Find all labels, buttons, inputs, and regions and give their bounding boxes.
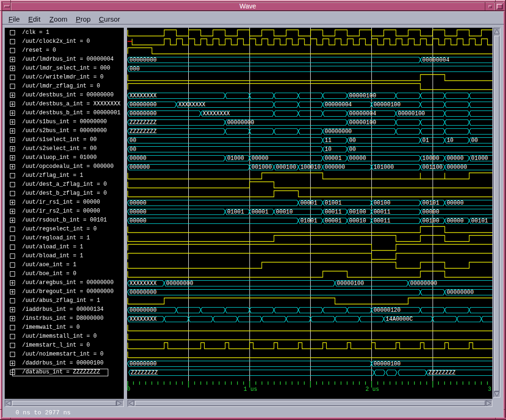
svg-text:00000000: 00000000 xyxy=(129,102,157,108)
svg-text:00000000: 00000000 xyxy=(129,111,157,117)
svg-text:00101: 00101 xyxy=(422,200,439,206)
svg-text:00000: 00000 xyxy=(422,209,439,215)
svg-text:000000: 000000 xyxy=(129,164,150,171)
svg-text:00000000: 00000000 xyxy=(227,119,254,126)
svg-text:11: 11 xyxy=(325,137,331,144)
svg-text:00: 00 xyxy=(129,137,136,144)
svg-text:00000: 00000 xyxy=(349,155,366,162)
svg-text:00000100: 00000100 xyxy=(337,280,364,287)
svg-text:14A0000C: 14A0000C xyxy=(386,316,413,323)
svg-text:00000000: 00000000 xyxy=(166,280,193,287)
svg-text:00: 00 xyxy=(349,146,356,153)
svg-text:ZZZZZZZZ: ZZZZZZZZ xyxy=(129,119,157,126)
svg-text:00000100: 00000100 xyxy=(349,93,377,99)
svg-text:XXXXXXXX: XXXXXXXX xyxy=(129,280,157,287)
svg-text:000: 000 xyxy=(129,66,140,72)
svg-text:00000000: 00000000 xyxy=(410,280,437,287)
svg-text:01001: 01001 xyxy=(325,200,342,206)
svg-text:00011: 00011 xyxy=(325,209,342,215)
svg-text:00000: 00000 xyxy=(129,209,146,215)
svg-text:01: 01 xyxy=(422,137,429,144)
svg-text:001000: 001000 xyxy=(251,164,272,171)
svg-text:ZZZZZZZZ: ZZZZZZZZ xyxy=(131,370,158,376)
svg-text:000000: 000000 xyxy=(325,164,345,171)
svg-text:100010: 100010 xyxy=(300,164,321,171)
svg-text:00000004: 00000004 xyxy=(325,102,352,108)
svg-text:01000: 01000 xyxy=(471,155,488,162)
svg-text:00000000: 00000000 xyxy=(129,289,157,296)
svg-text:00001: 00001 xyxy=(325,155,342,162)
svg-text:00: 00 xyxy=(349,137,356,144)
svg-text:00011: 00011 xyxy=(373,209,390,215)
svg-text:001100: 001100 xyxy=(422,164,442,171)
svg-text:00000000: 00000000 xyxy=(129,57,157,63)
svg-text:00000000: 00000000 xyxy=(129,307,157,314)
svg-text:10000: 10000 xyxy=(422,155,439,162)
svg-text:00000000: 00000000 xyxy=(447,289,474,296)
svg-text:00000000: 00000000 xyxy=(325,128,352,135)
svg-text:1 us: 1 us xyxy=(244,386,257,393)
svg-text:00000000: 00000000 xyxy=(129,361,157,367)
svg-text:00000120: 00000120 xyxy=(373,307,401,314)
svg-text:00000004: 00000004 xyxy=(349,111,377,117)
svg-text:ZZZZZZZZ: ZZZZZZZZ xyxy=(129,128,157,135)
svg-text:00000004: 00000004 xyxy=(422,57,450,63)
svg-text:3: 3 xyxy=(488,386,491,393)
svg-text:00011: 00011 xyxy=(373,218,390,224)
svg-text:00001: 00001 xyxy=(300,200,317,206)
svg-text:00101: 00101 xyxy=(471,218,488,224)
svg-text:2 us: 2 us xyxy=(366,386,379,393)
svg-text:00000: 00000 xyxy=(129,218,146,224)
svg-text:10: 10 xyxy=(325,146,331,153)
svg-text:00000100: 00000100 xyxy=(373,102,401,108)
svg-text:01001: 01001 xyxy=(227,209,244,215)
svg-text:00000100: 00000100 xyxy=(373,361,401,367)
svg-text:00000: 00000 xyxy=(251,155,268,162)
svg-text:10: 10 xyxy=(447,137,453,144)
svg-text:00100: 00100 xyxy=(349,209,366,215)
svg-text:0: 0 xyxy=(127,386,130,393)
svg-text:ZZZZZZZZ: ZZZZZZZZ xyxy=(428,370,456,376)
svg-text:00000: 00000 xyxy=(447,155,464,162)
svg-text:00: 00 xyxy=(471,137,478,144)
svg-text:00100: 00100 xyxy=(422,218,439,224)
svg-text:XXXXXXXX: XXXXXXXX xyxy=(129,316,157,323)
svg-text:01000: 01000 xyxy=(227,155,244,162)
svg-text:000000: 000000 xyxy=(447,164,467,171)
svg-text:01001: 01001 xyxy=(300,218,317,224)
svg-text:101000: 101000 xyxy=(373,164,394,171)
svg-text:00001: 00001 xyxy=(325,218,342,224)
svg-text:00000: 00000 xyxy=(447,200,464,206)
svg-text:00000100: 00000100 xyxy=(349,119,377,126)
svg-text:XXXXXXXX: XXXXXXXX xyxy=(178,102,206,108)
svg-text:00000: 00000 xyxy=(129,200,146,206)
svg-text:00010: 00010 xyxy=(349,218,366,224)
svg-text:00: 00 xyxy=(129,146,136,153)
svg-text:00010: 00010 xyxy=(276,209,293,215)
svg-text:00001: 00001 xyxy=(251,209,268,215)
svg-text:00000: 00000 xyxy=(129,155,146,162)
svg-text:00000: 00000 xyxy=(447,218,464,224)
svg-text:000100: 000100 xyxy=(276,164,296,171)
svg-text:00000100: 00000100 xyxy=(398,111,425,117)
svg-text:XXXXXXXX: XXXXXXXX xyxy=(203,111,230,117)
svg-text:00100: 00100 xyxy=(373,200,390,206)
svg-text:XXXXXXXX: XXXXXXXX xyxy=(129,93,157,99)
